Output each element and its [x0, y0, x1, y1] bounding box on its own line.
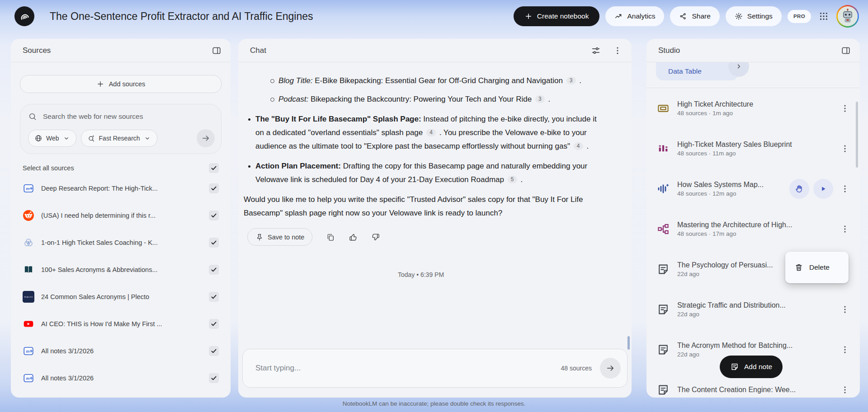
checkmark-icon: [210, 320, 217, 328]
add-note-button[interactable]: Add note: [720, 356, 783, 378]
select-all-checkbox[interactable]: [209, 163, 219, 173]
notebooklm-logo[interactable]: [14, 6, 34, 26]
studio-item-row[interactable]: Mastering the Architecture of High... 48…: [646, 209, 860, 249]
citation-chip[interactable]: 3: [535, 95, 545, 103]
source-row[interactable]: PLECTO 24 Common Sales Acronyms | Plecto: [20, 283, 222, 310]
trash-icon: [794, 263, 803, 272]
studio-item-title: The Content Creation Engine: Wee...: [677, 386, 830, 394]
web-search-card: Search the web for new sources Web Fast …: [20, 104, 222, 154]
source-checkbox[interactable]: [209, 211, 219, 220]
studio-item-menu-button[interactable]: [837, 223, 853, 235]
add-sources-button[interactable]: Add sources: [20, 75, 222, 93]
collapse-panel-icon[interactable]: [212, 46, 222, 56]
source-checkbox[interactable]: [209, 183, 219, 193]
source-title: 100+ Sales Acronyms & Abbreviations...: [41, 266, 202, 273]
assistant-message: Blog Title: E-Bike Bikepacking: Essentia…: [244, 74, 598, 220]
source-nblm-doc-icon: m: [23, 183, 34, 194]
source-title: 1-on-1 High Ticket Sales Coaching - K...: [41, 239, 202, 246]
pin-icon: [255, 233, 264, 241]
studio-item-row[interactable]: How Sales Systems Map... 48 sources · 12…: [646, 169, 860, 209]
studio-item-menu-button[interactable]: [837, 183, 853, 195]
save-to-note-button[interactable]: Save to note: [247, 228, 312, 246]
chat-scrollbar-thumb[interactable]: [627, 336, 630, 350]
citation-chip[interactable]: 3: [566, 77, 576, 84]
source-row[interactable]: m Deep Research Report: The High-Tick...: [20, 175, 222, 202]
data-table-chip[interactable]: Data Table: [656, 62, 738, 80]
send-button[interactable]: [600, 358, 621, 379]
studio-item-meta: 48 sources · 17m ago: [677, 230, 830, 237]
studio-panel-title: Studio: [658, 46, 680, 55]
avatar-robot-image: [838, 6, 858, 26]
play-icon: [818, 184, 828, 194]
source-title: 24 Common Sales Acronyms | Plecto: [41, 293, 202, 300]
account-avatar[interactable]: [836, 5, 859, 28]
source-plecto-icon: PLECTO: [23, 291, 34, 303]
chat-panel-title: Chat: [250, 46, 266, 55]
create-notebook-button[interactable]: Create notebook: [514, 6, 600, 26]
studio-item-menu-button[interactable]: [837, 304, 853, 315]
web-search-input[interactable]: Search the web for new sources: [28, 112, 215, 121]
studio-item-row[interactable]: High Ticket Architecture 48 sources · 1m…: [646, 88, 860, 128]
plus-icon: [524, 12, 533, 20]
plus-icon: [96, 80, 104, 88]
thumb-up-icon: [349, 233, 358, 242]
source-row[interactable]: m All notes 3/1/2026: [20, 337, 222, 365]
source-row[interactable]: m All notes 3/1/2026: [20, 365, 222, 392]
source-row[interactable]: (USA) I need help determining if this r.…: [20, 202, 222, 229]
source-nblm-doc-icon: m: [23, 345, 34, 357]
research-mode-label: Fast Research: [99, 135, 140, 142]
citation-chip[interactable]: 5: [508, 176, 517, 183]
search-submit-button[interactable]: [197, 129, 215, 147]
kebab-menu-icon: [840, 224, 850, 234]
bold-label: Action Plan Placement:: [255, 162, 341, 170]
sources-header: Sources: [11, 39, 231, 62]
source-checkbox[interactable]: [209, 373, 219, 383]
web-filter-dropdown[interactable]: Web: [28, 130, 76, 147]
citation-chip[interactable]: 4: [574, 142, 583, 150]
studio-item-row[interactable]: Strategic Traffic and Distribution... 22…: [646, 289, 860, 329]
source-checkbox[interactable]: [209, 346, 219, 356]
chat-message-area[interactable]: Blog Title: E-Bike Bikepacking: Essentia…: [238, 62, 632, 334]
studio-item-menu-button[interactable]: [837, 384, 853, 396]
settings-button[interactable]: Settings: [726, 6, 782, 26]
copy-button[interactable]: [326, 233, 335, 242]
interactive-mode-button[interactable]: [789, 179, 809, 199]
thumbs-down-button[interactable]: [371, 233, 380, 242]
source-row[interactable]: 100+ Sales Acronyms & Abbreviations...: [20, 256, 222, 283]
studio-item-title: Mastering the Architecture of High...: [677, 221, 830, 229]
chat-sub-block: Podcast: Bikepacking the Backcountry: Po…: [244, 93, 598, 106]
studio-item-menu-button[interactable]: [837, 103, 853, 114]
source-title: AI CEO: THIS is How I'd Make My First ..…: [41, 320, 202, 328]
studio-scrollbar-thumb[interactable]: [856, 102, 858, 168]
source-checkbox[interactable]: [209, 319, 219, 329]
notebook-title: The One-Sentence Profit Extractor and AI…: [50, 10, 313, 23]
kebab-menu-icon: [840, 385, 850, 395]
chat-input[interactable]: [255, 363, 561, 373]
play-audio-button[interactable]: [813, 179, 833, 199]
source-row[interactable]: 1-on-1 High Ticket Sales Coaching - K...: [20, 229, 222, 256]
arrow-right-icon: [606, 364, 615, 373]
delete-menu-item[interactable]: Delete: [785, 252, 849, 283]
share-button[interactable]: Share: [670, 6, 719, 26]
studio-item-menu-button[interactable]: [837, 344, 853, 356]
thumbs-up-button[interactable]: [349, 233, 358, 242]
analytics-button[interactable]: Analytics: [605, 6, 664, 26]
fast-research-icon: [87, 134, 95, 142]
source-checkbox[interactable]: [209, 238, 219, 248]
apps-grid-button[interactable]: [817, 9, 830, 23]
kebab-menu-icon[interactable]: [613, 46, 623, 56]
source-checkbox[interactable]: [209, 292, 219, 302]
source-checkbox[interactable]: [209, 265, 219, 275]
source-row[interactable]: AI CEO: THIS is How I'd Make My First ..…: [20, 310, 222, 337]
tune-settings-icon[interactable]: [591, 46, 601, 56]
studio-item-menu-button[interactable]: [837, 143, 853, 154]
citation-chip[interactable]: 4: [426, 129, 436, 136]
studio-item-row[interactable]: High-Ticket Mastery Sales Blueprint 48 s…: [646, 128, 860, 169]
select-all-label: Select all sources: [23, 164, 74, 172]
arrow-right-icon: [201, 134, 210, 143]
top-bar-actions: Create notebook Analytics Share Settings…: [514, 5, 859, 28]
studio-note-icon: [656, 383, 670, 397]
research-mode-dropdown[interactable]: Fast Research: [81, 130, 157, 147]
analytics-label: Analytics: [627, 12, 655, 20]
expand-panel-icon[interactable]: [841, 46, 851, 56]
